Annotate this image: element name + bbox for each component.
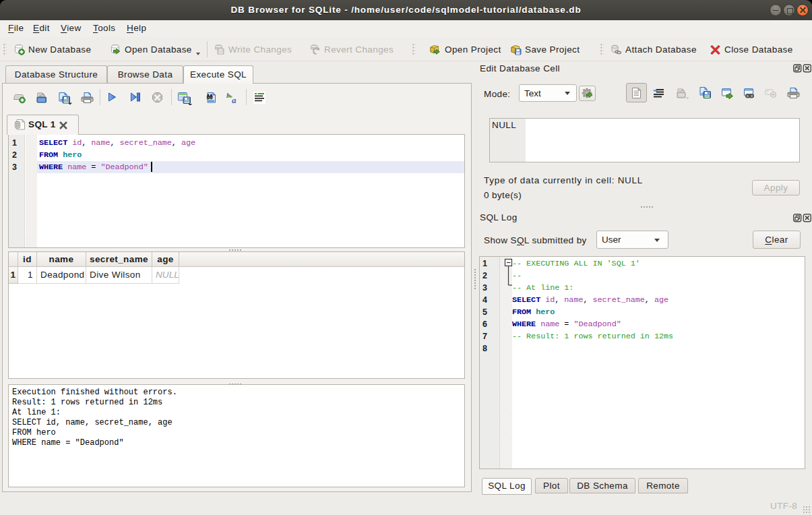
svg-text:a: a bbox=[232, 95, 237, 104]
